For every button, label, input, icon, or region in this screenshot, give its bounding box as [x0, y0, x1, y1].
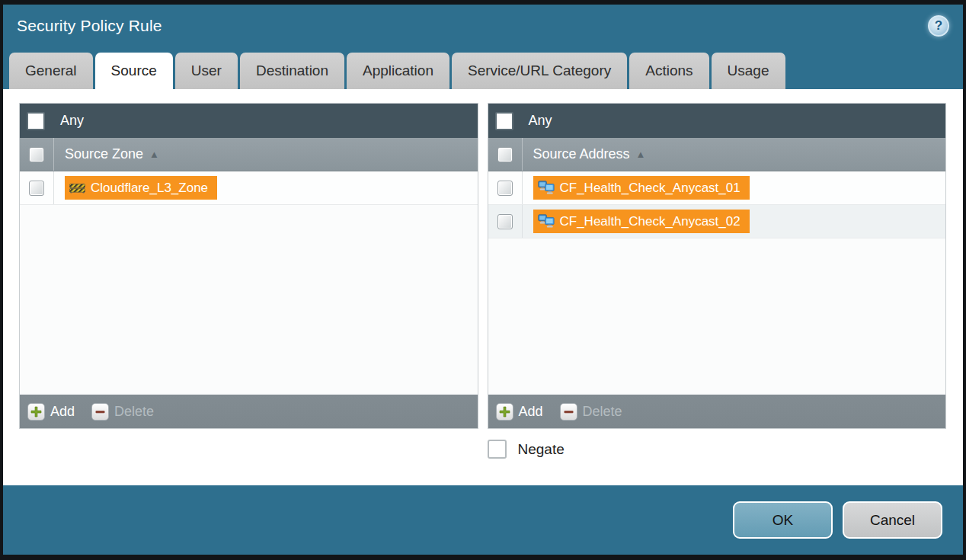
source-address-column-title: Source Address	[533, 146, 630, 162]
table-row[interactable]: CF_Health_Check_Anycast_01	[488, 171, 946, 205]
zone-icon	[69, 181, 85, 194]
source-address-column-header[interactable]: Source Address ▲	[488, 138, 946, 171]
source-address-any-checkbox[interactable]	[495, 112, 513, 130]
source-zone-any-checkbox[interactable]	[27, 112, 45, 130]
plus-icon	[496, 403, 513, 421]
table-row[interactable]: Cloudflare_L3_Zone	[20, 171, 478, 205]
dialog-title: Security Policy Rule	[17, 17, 162, 35]
source-zone-column-header[interactable]: Source Zone ▲	[20, 138, 478, 171]
tab-usage[interactable]: Usage	[712, 53, 785, 89]
source-address-any-bar: Any	[488, 104, 946, 138]
tab-service-url-category[interactable]: Service/URL Category	[452, 53, 627, 89]
delete-address-label: Delete	[583, 404, 622, 420]
row-checkbox[interactable]	[497, 214, 513, 229]
add-address-label: Add	[519, 404, 543, 420]
tab-general[interactable]: General	[9, 53, 93, 89]
delete-zone-label: Delete	[114, 404, 154, 420]
source-zone-any-bar: Any	[20, 104, 478, 138]
tab-destination[interactable]: Destination	[240, 53, 344, 89]
address-object-link[interactable]: CF_Health_Check_Anycast_02	[533, 210, 750, 233]
tab-application[interactable]: Application	[347, 53, 449, 89]
source-zone-any-label: Any	[60, 113, 84, 129]
zone-object-name: Cloudflare_L3_Zone	[91, 181, 208, 196]
address-object-name: CF_Health_Check_Anycast_01	[560, 181, 740, 196]
help-icon[interactable]: ?	[928, 15, 949, 37]
source-address-any-label: Any	[529, 113, 552, 129]
tab-bar: General Source User Destination Applicat…	[3, 47, 963, 89]
negate-row: Negate	[19, 440, 946, 459]
minus-icon	[560, 403, 577, 421]
negate-label: Negate	[518, 441, 565, 458]
delete-address-button[interactable]: Delete	[560, 403, 622, 421]
source-address-list: CF_Health_Check_Anycast_01	[488, 171, 946, 394]
sort-ascending-icon: ▲	[636, 149, 646, 160]
source-zone-column-title: Source Zone	[65, 146, 143, 162]
delete-zone-button[interactable]: Delete	[91, 403, 154, 421]
source-address-toolbar: Add Delete	[488, 394, 946, 428]
plus-icon	[27, 403, 45, 421]
negate-checkbox[interactable]	[488, 440, 507, 459]
row-checkbox[interactable]	[29, 181, 44, 196]
security-policy-rule-dialog: Security Policy Rule ? General Source Us…	[0, 0, 966, 560]
sort-ascending-icon: ▲	[149, 149, 159, 160]
ok-button[interactable]: OK	[733, 501, 833, 539]
tab-actions[interactable]: Actions	[629, 53, 709, 89]
source-zone-select-all-checkbox[interactable]	[29, 147, 44, 162]
address-icon	[538, 181, 555, 195]
dialog-footer: OK Cancel	[3, 485, 963, 555]
source-zone-panel: Any Source Zone ▲	[19, 103, 478, 429]
minus-icon	[91, 403, 109, 421]
cancel-button[interactable]: Cancel	[843, 501, 942, 539]
dialog-title-bar: Security Policy Rule ?	[3, 5, 963, 47]
add-zone-label: Add	[50, 404, 75, 420]
row-checkbox[interactable]	[497, 181, 513, 196]
address-object-name: CF_Health_Check_Anycast_02	[560, 214, 740, 229]
source-address-select-all-checkbox[interactable]	[497, 147, 513, 162]
source-zone-toolbar: Add Delete	[20, 394, 478, 428]
source-zone-list: Cloudflare_L3_Zone	[20, 171, 478, 394]
tab-user[interactable]: User	[175, 53, 238, 89]
source-tab-content: Any Source Zone ▲	[3, 89, 963, 485]
table-row[interactable]: CF_Health_Check_Anycast_02	[488, 205, 946, 238]
zone-object-link[interactable]: Cloudflare_L3_Zone	[65, 176, 217, 200]
address-icon	[538, 214, 555, 229]
add-address-button[interactable]: Add	[496, 403, 543, 421]
address-object-link[interactable]: CF_Health_Check_Anycast_01	[533, 176, 750, 200]
source-address-panel: Any Source Address ▲	[488, 103, 947, 429]
tab-source[interactable]: Source	[95, 53, 173, 89]
add-zone-button[interactable]: Add	[27, 403, 75, 421]
